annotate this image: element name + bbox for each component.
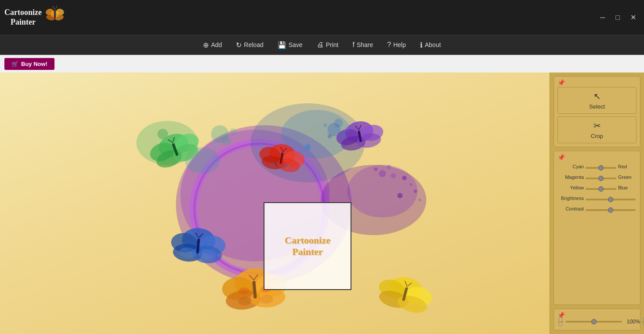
app-logo: Cartoonize Painter <box>4 5 65 29</box>
svg-point-25 <box>402 176 407 180</box>
svg-point-26 <box>410 183 412 186</box>
yellow-blue-row: Yellow Blue <box>558 184 636 192</box>
yellow-slider-container <box>586 184 616 192</box>
yellow-label: Yellow <box>558 185 584 190</box>
svg-point-28 <box>398 193 403 198</box>
cyan-label: Cyan <box>558 164 584 169</box>
save-label: Save <box>289 41 303 48</box>
contrast-label: Contrast <box>558 206 584 211</box>
select-icon: ↖ <box>593 91 601 102</box>
action-bar: 🛒 Buy Now! <box>0 55 644 73</box>
help-button[interactable]: ? Help <box>381 37 412 53</box>
main-toolbar: ⊕ Add ↻ Reload 💾 Save 🖨 Print f Share ? … <box>0 35 644 55</box>
window-controls: ─ □ ✕ <box>597 11 640 23</box>
print-label: Print <box>326 41 339 48</box>
green-label: Green <box>618 174 636 180</box>
brightness-row: Brightness <box>558 194 636 202</box>
print-button[interactable]: 🖨 Print <box>311 37 345 53</box>
tools-panel-pin-icon: 📌 <box>557 79 565 86</box>
save-icon: 💾 <box>278 41 286 49</box>
svg-point-86 <box>213 142 218 148</box>
contrast-slider-container <box>586 205 636 213</box>
yellow-slider[interactable] <box>586 188 616 190</box>
cyan-red-row: Cyan Red <box>558 163 636 171</box>
brightness-slider[interactable] <box>586 199 636 200</box>
magenta-slider[interactable] <box>586 178 616 179</box>
svg-point-29 <box>419 199 421 201</box>
title-bar: Cartoonize Painter ─ □ ✕ <box>0 0 644 35</box>
svg-point-93 <box>324 123 327 127</box>
svg-point-96 <box>374 167 378 171</box>
minimize-button[interactable]: ─ <box>597 12 608 23</box>
right-panel: 📌 ↖ Select ✂ Crop 📌 Cyan <box>550 73 644 334</box>
about-icon: ℹ <box>420 41 423 49</box>
magenta-label: Magenta <box>558 174 584 180</box>
svg-point-92 <box>334 119 343 127</box>
svg-point-7 <box>52 6 54 7</box>
svg-point-18 <box>305 144 311 150</box>
svg-point-27 <box>414 189 417 193</box>
svg-point-90 <box>328 134 332 138</box>
buy-now-button[interactable]: 🛒 Buy Now! <box>4 58 54 70</box>
cart-icon: 🛒 <box>11 61 18 67</box>
svg-point-85 <box>222 136 231 145</box>
svg-point-8 <box>56 6 57 7</box>
svg-point-94 <box>379 170 386 177</box>
logo-title-line2: Painter <box>11 18 36 27</box>
add-label: Add <box>211 41 222 48</box>
cyan-slider[interactable] <box>586 167 616 169</box>
select-label: Select <box>589 103 605 110</box>
crop-icon: ✂ <box>593 120 601 131</box>
red-label: Red <box>618 164 636 169</box>
add-button[interactable]: ⊕ Add <box>197 37 228 53</box>
svg-point-97 <box>391 173 396 178</box>
crop-tool-button[interactable]: ✂ Crop <box>557 116 637 143</box>
cyan-slider-container <box>586 163 616 171</box>
color-panel: 📌 Cyan Red Magenta Green <box>554 151 640 305</box>
zoom-panel: 📌 − 100% + <box>554 309 640 330</box>
brightness-slider-container <box>586 194 636 202</box>
maximize-button[interactable]: □ <box>612 12 623 23</box>
close-button[interactable]: ✕ <box>627 11 640 23</box>
help-icon: ? <box>387 41 391 49</box>
svg-line-6 <box>55 7 57 10</box>
share-label: Share <box>357 41 373 48</box>
reload-label: Reload <box>244 41 263 48</box>
logo-butterfly-icon <box>45 5 65 29</box>
reload-button[interactable]: ↻ Reload <box>230 37 269 53</box>
svg-point-95 <box>387 165 391 169</box>
save-button[interactable]: 💾 Save <box>271 37 309 53</box>
canvas-area[interactable]: Cartoonize Painter <box>0 73 550 334</box>
about-button[interactable]: ℹ About <box>414 37 447 53</box>
svg-point-87 <box>230 128 237 135</box>
crop-label: Crop <box>591 133 603 139</box>
contrast-row: Contrast <box>558 205 636 213</box>
magenta-slider-container <box>586 173 616 181</box>
add-icon: ⊕ <box>203 41 209 49</box>
svg-rect-9 <box>54 10 56 18</box>
logo-title-line1: Cartoonize <box>4 8 42 18</box>
buy-now-label: Buy Now! <box>21 61 47 67</box>
share-button[interactable]: f Share <box>346 37 379 53</box>
logo-text: Cartoonize Painter <box>4 8 42 27</box>
zoom-value-label: 100% <box>625 319 640 325</box>
zoom-slider[interactable] <box>565 321 622 323</box>
svg-line-5 <box>53 7 55 10</box>
main-area: Cartoonize Painter 📌 ↖ Select ✂ Crop 📌 <box>0 73 644 334</box>
blue-label: Blue <box>618 185 636 190</box>
print-icon: 🖨 <box>317 41 324 49</box>
artwork-svg <box>0 73 550 334</box>
brightness-label: Brightness <box>558 196 584 201</box>
svg-point-89 <box>340 133 347 140</box>
color-panel-pin-icon: 📌 <box>557 154 565 161</box>
about-label: About <box>425 41 441 48</box>
magenta-green-row: Magenta Green <box>558 173 636 181</box>
svg-point-91 <box>345 127 350 132</box>
select-tool-button[interactable]: ↖ Select <box>557 87 637 114</box>
zoom-panel-pin-icon: 📌 <box>557 312 565 319</box>
contrast-slider[interactable] <box>586 209 636 211</box>
share-icon: f <box>352 41 354 49</box>
reload-icon: ↻ <box>236 41 242 49</box>
tools-panel: 📌 ↖ Select ✂ Crop <box>554 76 640 147</box>
help-label: Help <box>393 41 406 48</box>
